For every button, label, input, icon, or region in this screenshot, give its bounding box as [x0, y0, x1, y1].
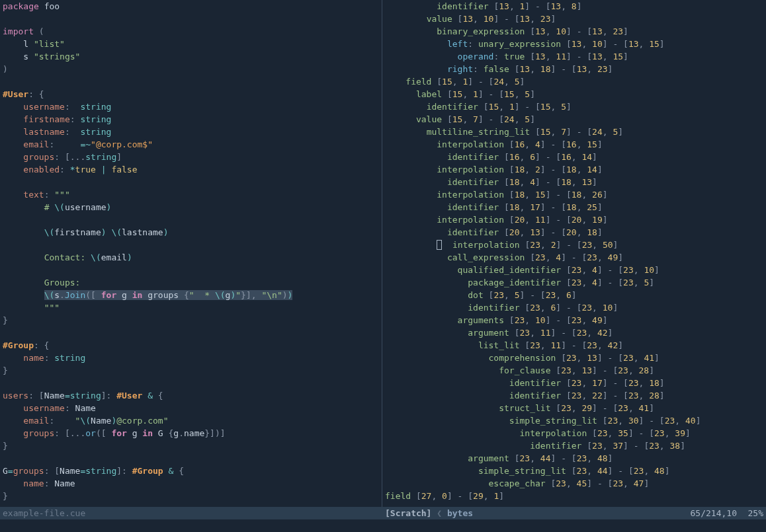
tree-node-line[interactable]: interpolation [18, 15] - [18, 26]: [385, 188, 763, 201]
tree-node-line[interactable]: arguments [23, 10] - [23, 49]: [385, 314, 763, 326]
tree-node-line[interactable]: call_expression [23, 4] - [23, 49]: [385, 251, 763, 264]
status-percent: 25%: [737, 507, 763, 519]
code-line[interactable]: #User: {: [3, 88, 379, 100]
tree-node-line[interactable]: multiline_string_lit [15, 7] - [24, 5]: [385, 126, 763, 138]
tree-node-line[interactable]: operand: true [13, 11] - [13, 15]: [385, 50, 763, 63]
tree-node-line[interactable]: identifier [23, 22] - [23, 28]: [385, 389, 763, 402]
code-line[interactable]: [3, 75, 379, 88]
tree-node-line[interactable]: identifier [16, 6] - [16, 14]: [385, 151, 763, 163]
code-line[interactable]: [3, 13, 379, 25]
editor-left-pane[interactable]: package foo import ( l "list" s "strings…: [0, 0, 382, 507]
code-line[interactable]: s "strings": [3, 50, 379, 63]
tree-node-line[interactable]: simple_string_lit [23, 30] - [23, 40]: [385, 414, 763, 427]
code-line[interactable]: users: [Name=string]: #User & {: [3, 389, 379, 402]
code-line[interactable]: }: [3, 364, 379, 377]
status-left-filename: example-file.cue: [0, 507, 382, 519]
status-position: 65/214,10: [691, 507, 737, 519]
tree-node-line[interactable]: simple_string_lit [23, 44] - [23, 48]: [385, 465, 763, 477]
code-line[interactable]: # \(username): [3, 201, 379, 213]
tree-node-line[interactable]: interpolation [23, 2] - [23, 50]: [385, 239, 763, 251]
code-line[interactable]: [3, 377, 379, 389]
code-line[interactable]: enabled: *true | false: [3, 163, 379, 176]
tree-node-line[interactable]: identifier [20, 13] - [20, 18]: [385, 226, 763, 239]
tree-node-line[interactable]: identifier [23, 37] - [23, 38]: [385, 439, 763, 452]
code-line[interactable]: [3, 176, 379, 188]
code-line[interactable]: }: [3, 439, 379, 452]
code-line[interactable]: [3, 239, 379, 251]
code-line[interactable]: [3, 264, 379, 276]
cursor-icon: [437, 240, 442, 250]
code-line[interactable]: \(s.Join([ for g in groups {" * \(g)"}],…: [3, 289, 379, 301]
code-line[interactable]: username: Name: [3, 402, 379, 414]
code-line[interactable]: text: """: [3, 188, 379, 201]
code-line[interactable]: }: [3, 490, 379, 502]
command-line[interactable]: [0, 519, 766, 532]
tree-node-line[interactable]: comprehension [23, 13] - [23, 41]: [385, 352, 763, 364]
code-line[interactable]: Groups:: [3, 276, 379, 289]
code-line[interactable]: package foo: [3, 0, 379, 13]
tree-node-line[interactable]: binary_expression [13, 10] - [13, 23]: [385, 25, 763, 38]
tree-node-line[interactable]: field [15, 1] - [24, 5]: [385, 75, 763, 88]
code-line[interactable]: groups: [...string]: [3, 151, 379, 163]
tree-node-line[interactable]: identifier [15, 1] - [15, 5]: [385, 100, 763, 113]
tree-node-line[interactable]: package_identifier [23, 4] - [23, 5]: [385, 276, 763, 289]
code-line[interactable]: groups: [...or([ for g in G {g.name}])]: [3, 427, 379, 439]
tree-node-line[interactable]: interpolation [23, 35] - [23, 39]: [385, 427, 763, 439]
tree-node-line[interactable]: list_lit [23, 11] - [23, 42]: [385, 339, 763, 352]
tree-node-line[interactable]: value [13, 10] - [13, 23]: [385, 13, 763, 25]
status-line: example-file.cue [Scratch] ❮ bytes 65/21…: [0, 507, 766, 519]
tree-node-line[interactable]: identifier [13, 1] - [13, 8]: [385, 0, 763, 13]
tree-node-line[interactable]: escape_char [23, 45] - [23, 47]: [385, 477, 763, 490]
tree-node-line[interactable]: identifier [18, 17] - [18, 25]: [385, 201, 763, 213]
tree-node-line[interactable]: identifier [23, 17] - [23, 18]: [385, 377, 763, 389]
tree-node-line[interactable]: identifier [23, 6] - [23, 10]: [385, 301, 763, 314]
code-line[interactable]: Contact: \(email): [3, 251, 379, 264]
status-filetype: bytes: [447, 508, 473, 518]
status-right-buffer: [Scratch]: [385, 508, 431, 518]
tree-node-line[interactable]: argument [23, 44] - [23, 48]: [385, 452, 763, 465]
code-line[interactable]: [3, 213, 379, 226]
tree-node-line[interactable]: field [27, 0] - [29, 1]: [385, 490, 763, 502]
code-line[interactable]: username: string: [3, 100, 379, 113]
tree-node-line[interactable]: qualified_identifier [23, 4] - [23, 10]: [385, 264, 763, 276]
tree-node-line[interactable]: interpolation [20, 11] - [20, 19]: [385, 213, 763, 226]
code-line[interactable]: [3, 452, 379, 465]
code-line[interactable]: lastname: string: [3, 126, 379, 138]
tree-node-line[interactable]: identifier [18, 4] - [18, 13]: [385, 176, 763, 188]
tree-node-line[interactable]: for_clause [23, 13] - [23, 28]: [385, 364, 763, 377]
tree-node-line[interactable]: dot [23, 5] - [23, 6]: [385, 289, 763, 301]
tree-node-line[interactable]: struct_lit [23, 29] - [23, 41]: [385, 402, 763, 414]
code-line[interactable]: name: Name: [3, 477, 379, 490]
tree-node-line[interactable]: interpolation [18, 2] - [18, 14]: [385, 163, 763, 176]
code-line[interactable]: \(firstname) \(lastname): [3, 226, 379, 239]
tree-node-line[interactable]: interpolation [16, 4] - [16, 15]: [385, 138, 763, 151]
code-line[interactable]: firstname: string: [3, 113, 379, 126]
code-line[interactable]: """: [3, 301, 379, 314]
tree-node-line[interactable]: value [15, 7] - [24, 5]: [385, 113, 763, 126]
code-line[interactable]: G=groups: [Name=string]: #Group & {: [3, 465, 379, 477]
code-line[interactable]: #Group: {: [3, 339, 379, 352]
tree-node-line[interactable]: right: false [13, 18] - [13, 23]: [385, 63, 763, 75]
code-line[interactable]: l "list": [3, 38, 379, 50]
code-line[interactable]: [3, 326, 379, 339]
code-line[interactable]: }: [3, 314, 379, 326]
code-line[interactable]: name: string: [3, 352, 379, 364]
editor-right-pane[interactable]: identifier [13, 1] - [13, 8] value [13, …: [382, 0, 766, 507]
code-line[interactable]: ): [3, 63, 379, 75]
tree-node-line[interactable]: left: unary_expression [13, 10] - [13, 1…: [385, 38, 763, 50]
tree-node-line[interactable]: label [15, 1] - [15, 5]: [385, 88, 763, 100]
code-line[interactable]: email: "\(Name)@corp.com": [3, 414, 379, 427]
code-line[interactable]: email: =~"@corp.com$": [3, 138, 379, 151]
tree-node-line[interactable]: argument [23, 11] - [23, 42]: [385, 326, 763, 339]
code-line[interactable]: import (: [3, 25, 379, 38]
separator-icon: ❮: [437, 508, 442, 518]
